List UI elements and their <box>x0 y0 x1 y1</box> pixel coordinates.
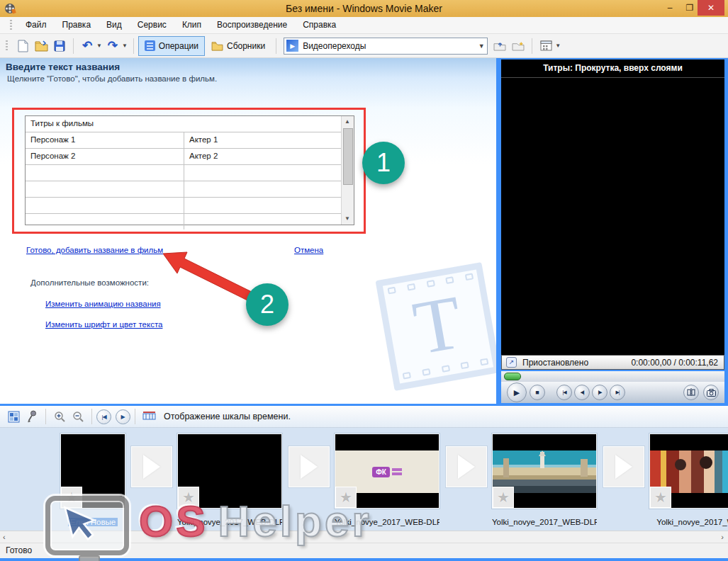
table-cell[interactable] <box>184 214 354 230</box>
menu-clip[interactable]: Клип <box>174 17 209 33</box>
table-cell[interactable] <box>26 181 184 197</box>
scroll-down-icon[interactable]: ▼ <box>342 213 353 225</box>
video-monitor[interactable]: Титры: Прокрутка, вверх слоями <box>501 60 724 355</box>
zoom-out-icon[interactable] <box>69 408 86 425</box>
combobox-dropdown-icon[interactable]: ▼ <box>476 42 487 50</box>
table-cell[interactable]: Актер 1 <box>184 132 354 148</box>
storyboard-clip[interactable]: ★ Yolki_novye_2017_WE... <box>649 434 728 509</box>
menu-tools[interactable]: Сервис <box>130 17 174 33</box>
minimize-button[interactable]: – <box>661 0 678 16</box>
storyboard-clip[interactable]: ★ Yolki_novye_2017_WEB-DLR... <box>177 434 282 509</box>
table-cell[interactable]: Актер 2 <box>184 149 354 164</box>
table-row[interactable]: Персонаж 1 Актер 1 <box>26 132 354 149</box>
table-row[interactable] <box>26 165 354 181</box>
storyboard-clip[interactable]: ★ Елки Новые <box>60 434 125 509</box>
clip-thumbnail[interactable]: ★ <box>177 434 282 509</box>
transition-slot[interactable] <box>446 446 487 487</box>
transition-slot[interactable] <box>603 446 644 487</box>
transition-slot[interactable] <box>289 446 330 487</box>
done-add-title-link[interactable]: Готово, добавить название в фильм <box>26 246 163 254</box>
views-icon[interactable] <box>538 38 554 54</box>
up-one-level-icon[interactable] <box>492 38 508 54</box>
clip-thumbnail[interactable]: ★ <box>492 434 597 509</box>
save-project-icon[interactable] <box>52 38 67 54</box>
next-frame-button[interactable]: ▶| <box>610 385 625 400</box>
open-project-icon[interactable] <box>33 38 49 54</box>
storyboard-clip[interactable]: ★ Yolki_novye_2017_WEB-DLR... <box>492 434 597 509</box>
toolbar-grip[interactable] <box>6 40 8 52</box>
undo-dropdown-icon[interactable]: ▼ <box>96 42 102 49</box>
timeline-view-label[interactable]: Отображение шкалы времени. <box>164 412 291 421</box>
table-row[interactable] <box>26 214 354 230</box>
table-cell[interactable] <box>26 198 184 213</box>
close-button[interactable]: ✕ <box>698 0 724 16</box>
table-row[interactable] <box>26 198 354 214</box>
clip-thumbnail[interactable]: ФК ★ <box>335 434 439 509</box>
table-cell[interactable] <box>184 181 354 197</box>
change-font-link[interactable]: Изменить шрифт и цвет текста <box>45 320 162 329</box>
table-row[interactable] <box>26 181 354 198</box>
effect-star-icon[interactable]: ★ <box>335 487 357 508</box>
scroll-up-icon[interactable]: ▲ <box>342 116 353 128</box>
more-options-label: Дополнительные возможности: <box>30 278 149 287</box>
table-header-cell[interactable]: Титры к фильмы <box>26 116 354 132</box>
clip-thumbnail[interactable]: ★ <box>649 434 728 509</box>
scrollbar-thumb[interactable] <box>343 128 353 185</box>
table-cell[interactable]: Персонаж 2 <box>26 149 184 164</box>
step-back-button[interactable]: ◀| <box>574 385 590 400</box>
toolbar-separator <box>276 38 276 54</box>
tasks-pane-button[interactable]: Операции <box>138 36 205 56</box>
new-collection-folder-icon[interactable] <box>510 38 526 54</box>
collection-combobox[interactable]: ▶ Видеопереходы ▼ <box>284 38 488 55</box>
cancel-link[interactable]: Отмена <box>294 246 323 254</box>
change-animation-link[interactable]: Изменить анимацию названия <box>45 300 161 308</box>
stop-button[interactable]: ■ <box>530 385 545 400</box>
transition-slot[interactable] <box>131 446 172 487</box>
menu-grip[interactable] <box>10 20 12 31</box>
table-scrollbar[interactable]: ▲ ▼ <box>341 116 354 225</box>
table-row[interactable]: Персонаж 2 Актер 2 <box>26 149 354 165</box>
effect-star-icon[interactable]: ★ <box>178 487 199 508</box>
clip-thumbnail[interactable]: ★ <box>60 434 125 509</box>
split-clip-button[interactable] <box>683 385 699 400</box>
previous-frame-button[interactable]: |◀ <box>556 385 572 400</box>
step-forward-button[interactable]: |▶ <box>592 385 607 400</box>
menu-view[interactable]: Вид <box>99 17 130 33</box>
table-cell[interactable] <box>184 165 354 181</box>
seek-thumb[interactable] <box>504 373 521 380</box>
maximize-button[interactable]: ❐ <box>681 0 698 16</box>
timeline-view-icon[interactable] <box>140 408 157 425</box>
collections-button[interactable]: Сборники <box>205 36 271 56</box>
storyboard-view-icon[interactable] <box>5 408 22 425</box>
seek-bar[interactable] <box>501 371 724 382</box>
menu-edit[interactable]: Правка <box>55 17 99 33</box>
narration-mic-icon[interactable] <box>23 408 40 425</box>
fullscreen-icon[interactable]: ↗ <box>506 357 517 368</box>
menu-play[interactable]: Воспроизведение <box>209 17 295 33</box>
table-cell[interactable] <box>26 214 184 230</box>
views-dropdown-icon[interactable]: ▼ <box>555 42 561 49</box>
zoom-in-icon[interactable] <box>51 408 68 425</box>
effect-star-icon[interactable]: ★ <box>650 487 671 508</box>
storyboard-clip[interactable]: ФК ★ Yolki_novye_2017_WEB-DLR... <box>335 434 439 509</box>
effect-star-icon[interactable]: ★ <box>61 487 82 508</box>
new-project-icon[interactable] <box>15 38 30 54</box>
effect-star-icon[interactable]: ★ <box>493 487 514 508</box>
play-timeline-button[interactable]: ▶ <box>116 409 130 424</box>
table-cell[interactable]: Персонаж 1 <box>26 132 184 148</box>
movie-maker-window: Без имени - Windows Movie Maker – ❐ ✕ Фа… <box>0 0 728 561</box>
table-cell[interactable] <box>26 165 184 181</box>
take-picture-button[interactable] <box>703 385 719 400</box>
table-header-row[interactable]: Титры к фильмы <box>26 116 354 132</box>
scroll-left-icon[interactable]: ‹ <box>3 531 6 543</box>
scroll-right-icon[interactable]: › <box>721 531 724 543</box>
rewind-timeline-button[interactable]: |◀ <box>96 409 111 424</box>
redo-icon[interactable]: ↷ <box>105 38 121 54</box>
menu-file[interactable]: Файл <box>18 17 55 33</box>
redo-dropdown-icon[interactable]: ▼ <box>122 42 128 49</box>
undo-icon[interactable]: ↶ <box>79 38 95 54</box>
menu-help[interactable]: Справка <box>295 17 344 33</box>
table-cell[interactable] <box>184 198 354 213</box>
play-button[interactable]: ▶ <box>507 382 527 402</box>
storyboard-scrollbar[interactable]: ‹ › <box>0 531 728 543</box>
